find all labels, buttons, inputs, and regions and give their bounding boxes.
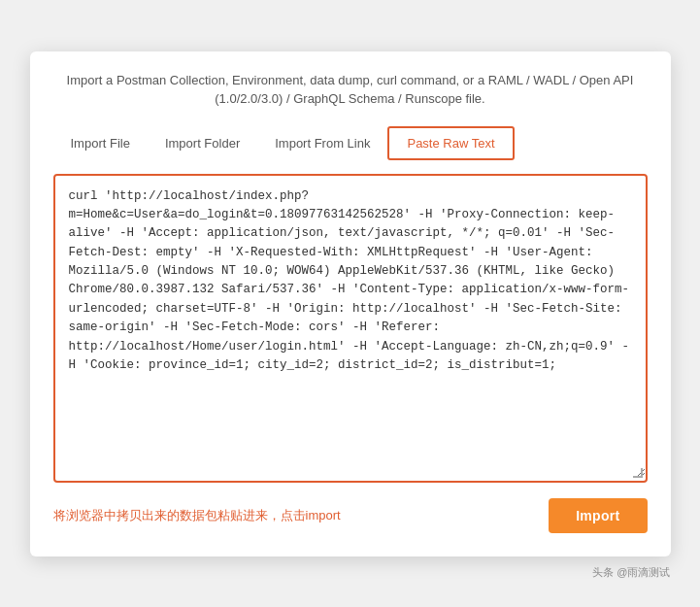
raw-text-input[interactable]	[55, 176, 646, 477]
textarea-wrapper	[53, 174, 648, 483]
tabs-row: Import File Import Folder Import From Li…	[53, 126, 648, 160]
tab-import-folder[interactable]: Import Folder	[148, 126, 257, 160]
description-text: Import a Postman Collection, Environment…	[53, 71, 648, 109]
import-modal: Import a Postman Collection, Environment…	[30, 51, 671, 556]
bottom-row: 将浏览器中拷贝出来的数据包粘贴进来，点击import Import	[53, 498, 648, 533]
hint-text: 将浏览器中拷贝出来的数据包粘贴进来，点击import	[53, 507, 550, 524]
tab-import-file[interactable]: Import File	[53, 126, 148, 160]
tab-paste-raw-text[interactable]: Paste Raw Text	[387, 126, 514, 160]
watermark-text: 头条 @雨滴测试	[592, 565, 670, 580]
resize-handle	[633, 468, 643, 478]
import-button[interactable]: Import	[549, 498, 647, 533]
tab-import-from-link[interactable]: Import From Link	[257, 126, 387, 160]
